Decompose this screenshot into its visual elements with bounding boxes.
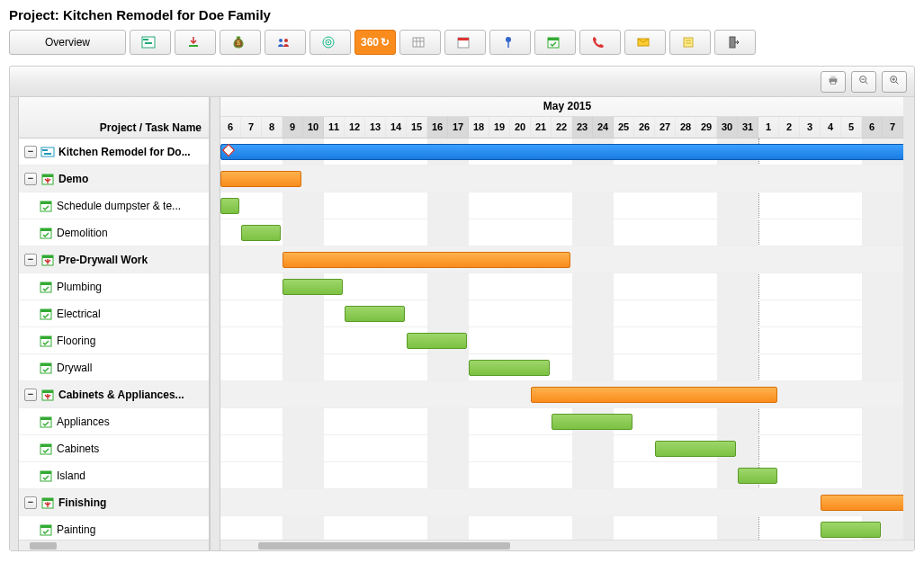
- svg-rect-25: [830, 76, 835, 79]
- expander-icon[interactable]: −: [24, 146, 37, 158]
- gantt-bar[interactable]: [552, 414, 632, 430]
- gantt-bar[interactable]: [241, 225, 281, 241]
- svg-rect-10: [413, 38, 424, 47]
- gantt-bar[interactable]: [283, 252, 570, 268]
- gantt-bar[interactable]: [531, 387, 777, 403]
- phone-button[interactable]: [579, 30, 621, 55]
- splitter[interactable]: [210, 97, 220, 550]
- svg-rect-34: [41, 147, 54, 156]
- gantt-bar[interactable]: [655, 441, 736, 457]
- gantt-body[interactable]: [220, 139, 914, 543]
- gantt-bar[interactable]: [821, 522, 881, 538]
- task-group-row[interactable]: −Finishing: [19, 489, 209, 516]
- task-row[interactable]: Drywall: [19, 354, 209, 381]
- expander-icon[interactable]: −: [24, 173, 37, 185]
- target-button[interactable]: [309, 30, 351, 55]
- gantt-bar[interactable]: [283, 279, 343, 295]
- gantt-icon: [141, 35, 156, 49]
- task-type-icon: [39, 442, 53, 456]
- email-button[interactable]: [624, 30, 666, 55]
- task-row[interactable]: Painting: [19, 516, 209, 540]
- day-header-cell: 25: [614, 117, 634, 138]
- task-row[interactable]: Electrical: [19, 300, 209, 327]
- left-hscroll[interactable]: [19, 540, 209, 550]
- expander-icon[interactable]: −: [24, 496, 37, 509]
- svg-point-6: [284, 39, 288, 42]
- svg-rect-50: [40, 336, 51, 339]
- team-button[interactable]: [265, 30, 306, 55]
- grid-icon: [411, 35, 426, 49]
- task-name-label: Demo: [58, 173, 88, 185]
- day-header-cell: 19: [489, 117, 510, 138]
- task-row[interactable]: Schedule dumpster & te...: [19, 192, 209, 219]
- day-header-cell: 29: [696, 117, 717, 138]
- gantt-chart-frame: Project / Task Name −Kitchen Remodel for…: [9, 66, 915, 551]
- right-vscroll[interactable]: [903, 97, 914, 540]
- svg-rect-52: [40, 363, 51, 366]
- page-title: Project: Kitchen Remodel for Doe Family: [0, 0, 924, 30]
- svg-point-5: [279, 39, 283, 42]
- svg-rect-15: [458, 38, 469, 40]
- print-button[interactable]: [821, 71, 846, 93]
- task-row[interactable]: Cabinets: [19, 435, 209, 462]
- 360-button[interactable]: 360 ↻: [354, 30, 396, 55]
- zoom-in-button[interactable]: [882, 71, 907, 93]
- task-name-label: Pre-Drywall Work: [58, 254, 148, 266]
- expander-icon[interactable]: −: [24, 389, 37, 401]
- gantt-bar[interactable]: [469, 360, 550, 376]
- gantt-row: [220, 408, 914, 435]
- gantt-bar[interactable]: [738, 468, 777, 484]
- right-hscroll[interactable]: [220, 540, 914, 550]
- task-row[interactable]: Plumbing: [19, 273, 209, 300]
- gantt-bar[interactable]: [345, 306, 405, 322]
- budget-button[interactable]: $: [220, 30, 261, 55]
- gantt-bar[interactable]: [220, 198, 239, 214]
- task-row[interactable]: Flooring: [19, 327, 209, 354]
- task-type-icon: [39, 415, 53, 429]
- task-row[interactable]: Demolition: [19, 219, 209, 246]
- task-type-icon: [39, 334, 53, 348]
- gantt-row: [220, 327, 914, 354]
- zoom-out-icon: [857, 74, 870, 89]
- task-group-row[interactable]: −Pre-Drywall Work: [19, 246, 209, 273]
- task-group-row[interactable]: −Kitchen Remodel for Do...: [19, 139, 209, 165]
- task-list-rows: −Kitchen Remodel for Do...−DemoSchedule …: [19, 139, 209, 540]
- svg-rect-23: [730, 37, 735, 48]
- day-header-cell: 31: [738, 117, 758, 138]
- task-group-row[interactable]: −Cabinets & Appliances...: [19, 381, 209, 408]
- exit-button[interactable]: [714, 30, 756, 55]
- svg-rect-58: [40, 444, 51, 447]
- day-header-cell: 12: [345, 117, 365, 138]
- gantt-row: [220, 192, 914, 219]
- calendar-icon: [456, 35, 471, 49]
- gantt-row: [220, 246, 914, 273]
- calendar-button[interactable]: [444, 30, 486, 55]
- tasks-button[interactable]: [175, 30, 216, 55]
- expander-icon[interactable]: −: [24, 254, 37, 266]
- task-group-row[interactable]: −Demo: [19, 165, 209, 192]
- svg-rect-2: [145, 42, 152, 44]
- task-type-icon: [40, 172, 55, 186]
- gantt-row: [220, 489, 914, 516]
- task-type-icon: [40, 253, 55, 267]
- gantt-bar[interactable]: [407, 333, 467, 349]
- check-calendar-button[interactable]: [534, 30, 576, 55]
- zoom-out-button[interactable]: [851, 71, 876, 93]
- task-type-icon: [40, 388, 55, 402]
- gantt-bar[interactable]: [220, 171, 301, 187]
- day-header-cell: 27: [655, 117, 676, 138]
- svg-rect-46: [40, 282, 51, 285]
- overview-button[interactable]: Overview: [9, 30, 126, 55]
- gantt-bar[interactable]: [220, 144, 914, 160]
- task-row[interactable]: Island: [19, 462, 209, 489]
- money-bag-icon: $: [231, 35, 246, 49]
- gantt-bar[interactable]: [821, 495, 914, 511]
- task-row[interactable]: Appliances: [19, 408, 209, 435]
- schedule-button[interactable]: [399, 30, 441, 55]
- notes-button[interactable]: [669, 30, 711, 55]
- task-type-icon: [40, 145, 55, 159]
- refresh-icon: ↻: [381, 36, 390, 49]
- gantt-view-button[interactable]: [130, 30, 171, 55]
- pin-button[interactable]: [489, 30, 531, 55]
- day-header-cell: 18: [469, 117, 489, 138]
